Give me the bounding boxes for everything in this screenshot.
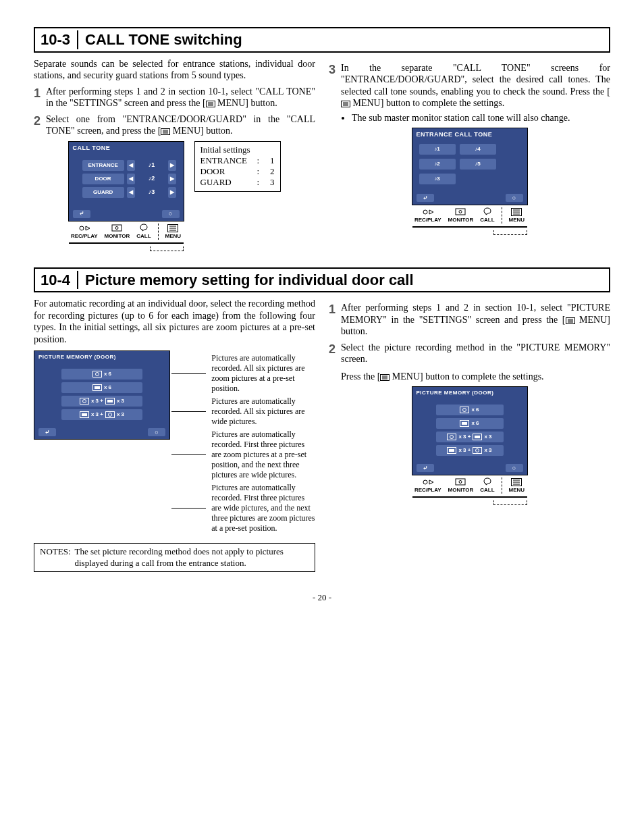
step-number: 1 bbox=[34, 86, 46, 109]
call-tone-row-entrance[interactable]: ENTRANCE ◀ ♪1 ▶ bbox=[82, 160, 177, 171]
step-number: 2 bbox=[34, 113, 46, 137]
hardware-buttons: REC/PLAY MONITOR CALL MENU bbox=[412, 207, 527, 225]
svg-rect-22 bbox=[456, 209, 465, 215]
pm-option-wide6[interactable]: x 6 bbox=[61, 382, 142, 393]
svg-point-59 bbox=[476, 449, 479, 452]
svg-point-63 bbox=[459, 481, 462, 484]
pm-option-zoom3wide3[interactable]: x 3 +x 3 bbox=[436, 432, 504, 442]
step-3-text: In the separate "CALL TONE" screens for … bbox=[341, 62, 610, 124]
svg-point-11 bbox=[115, 226, 118, 229]
step-number: 2 bbox=[329, 342, 341, 383]
tone-option[interactable]: ♪1 bbox=[419, 144, 456, 155]
svg-rect-58 bbox=[473, 448, 482, 454]
svg-rect-10 bbox=[112, 225, 122, 231]
svg-rect-31 bbox=[95, 386, 100, 389]
pm-option-zoom6[interactable]: x 6 bbox=[61, 369, 142, 380]
entrance-call-tone-screen: ENTRANCE CALL TONE ♪1 ♪4 ♪2 ♪5 ♪3 ⤶ ○ bbox=[412, 128, 528, 205]
svg-rect-62 bbox=[456, 479, 465, 485]
svg-rect-52 bbox=[448, 434, 456, 440]
back-icon[interactable]: ⤶ bbox=[38, 428, 56, 436]
svg-point-33 bbox=[82, 400, 86, 403]
section-10-3-header: 10-3 CALL TONE switching bbox=[34, 27, 610, 53]
section-10-4-header: 10-4 Picture memory setting for individu… bbox=[34, 267, 610, 293]
hardware-buttons: REC/PLAY MONITOR CALL MENU bbox=[412, 477, 527, 495]
svg-marker-9 bbox=[86, 226, 90, 230]
menu-icon bbox=[161, 128, 170, 135]
svg-rect-37 bbox=[82, 413, 87, 416]
screen-title: PICTURE MEMORY (DOOR) bbox=[34, 351, 169, 363]
monitor-icon bbox=[111, 224, 122, 232]
pm-option-zoom3wide3[interactable]: x 3 +x 3 bbox=[61, 396, 142, 407]
svg-rect-57 bbox=[449, 449, 454, 452]
page-number: - 20 - bbox=[34, 592, 610, 603]
confirm-icon[interactable]: ○ bbox=[162, 210, 180, 218]
confirm-icon[interactable]: ○ bbox=[148, 428, 165, 436]
menu-icon bbox=[566, 317, 575, 324]
svg-point-20 bbox=[423, 210, 427, 214]
menu-icon bbox=[341, 101, 350, 107]
screen-title: ENTRANCE CALL TONE bbox=[412, 128, 527, 141]
section-title: CALL TONE switching bbox=[85, 30, 242, 49]
step-1-text: After performing steps 1 and 2 in sectio… bbox=[46, 86, 315, 109]
svg-point-39 bbox=[108, 413, 111, 417]
rec-play-icon bbox=[422, 208, 434, 216]
section-intro: For automatic recording at an individual… bbox=[34, 298, 315, 345]
notes-box: NOTES: The set picture recording method … bbox=[34, 543, 315, 572]
svg-rect-51 bbox=[462, 422, 467, 425]
tone-option[interactable]: ♪5 bbox=[460, 159, 496, 170]
pm-option-wide3zoom3[interactable]: x 3 +x 3 bbox=[61, 409, 142, 420]
screen-title: CALL TONE bbox=[69, 142, 184, 155]
svg-rect-38 bbox=[105, 412, 114, 418]
back-icon[interactable]: ⤶ bbox=[417, 464, 434, 472]
svg-point-53 bbox=[450, 436, 454, 439]
confirm-icon[interactable]: ○ bbox=[506, 464, 523, 472]
svg-point-23 bbox=[459, 211, 462, 213]
svg-point-29 bbox=[95, 373, 99, 376]
step-number: 1 bbox=[329, 302, 341, 338]
step-number: 3 bbox=[329, 62, 341, 124]
pm-desc-b: Pictures are automatically recorded. All… bbox=[211, 396, 315, 427]
tone-option[interactable]: ♪2 bbox=[419, 159, 456, 170]
call-icon bbox=[483, 477, 492, 486]
pm-option-zoom6[interactable]: x 6 bbox=[436, 405, 504, 415]
svg-point-60 bbox=[423, 480, 427, 484]
picture-memory-screen: PICTURE MEMORY (DOOR) x 6 x 6 x 3 +x 3 x… bbox=[34, 350, 170, 440]
section-intro: Separate sounds can be selected for entr… bbox=[34, 58, 315, 82]
section-number: 10-4 bbox=[39, 271, 78, 290]
svg-marker-61 bbox=[429, 480, 433, 484]
pm-option-wide3zoom3[interactable]: x 3 +x 3 bbox=[436, 445, 504, 456]
back-icon[interactable]: ⤶ bbox=[73, 210, 90, 218]
back-icon[interactable]: ⤶ bbox=[417, 194, 434, 202]
menu-button-icon bbox=[511, 478, 522, 486]
call-tone-screen: CALL TONE ENTRANCE ◀ ♪1 ▶ DOOR ◀ ♪2 ▶ bbox=[68, 141, 184, 221]
svg-point-8 bbox=[80, 226, 84, 230]
svg-point-49 bbox=[463, 409, 466, 412]
section-title: Picture memory setting for individual do… bbox=[85, 271, 414, 290]
monitor-icon bbox=[455, 208, 466, 216]
menu-button-icon bbox=[167, 224, 178, 232]
monitor-icon bbox=[455, 478, 466, 486]
hardware-buttons: REC/PLAY MONITOR CALL MENU bbox=[69, 223, 184, 241]
initial-settings-box: Initial settings ENTRANCE:1 DOOR:2 GUARD… bbox=[194, 141, 281, 192]
menu-icon bbox=[380, 374, 390, 381]
svg-rect-32 bbox=[80, 398, 88, 405]
call-icon bbox=[139, 223, 149, 232]
picture-memory-screen-2: PICTURE MEMORY (DOOR) x 6 x 6 x 3 +x 3 x… bbox=[412, 386, 528, 475]
call-tone-row-door[interactable]: DOOR ◀ ♪2 ▶ bbox=[82, 174, 177, 184]
screen-title: PICTURE MEMORY (DOOR) bbox=[412, 387, 527, 399]
call-tone-row-guard[interactable]: GUARD ◀ ♪3 ▶ bbox=[82, 187, 177, 198]
pm-option-wide6[interactable]: x 6 bbox=[436, 418, 504, 429]
tone-option[interactable]: ♪4 bbox=[460, 144, 496, 155]
section-number: 10-3 bbox=[39, 30, 78, 49]
menu-button-icon bbox=[511, 208, 522, 216]
confirm-icon[interactable]: ○ bbox=[506, 194, 523, 202]
svg-rect-55 bbox=[475, 436, 480, 438]
pm-desc-c: Pictures are automatically recorded. Fir… bbox=[211, 429, 315, 480]
step-1-text: After performing steps 1 and 2 in sectio… bbox=[341, 302, 610, 338]
pm-desc-a: Pictures are automatically recorded. All… bbox=[211, 353, 315, 394]
svg-rect-28 bbox=[92, 371, 101, 377]
svg-rect-48 bbox=[460, 407, 469, 413]
step-2-text: Select one from "ENTRANCE/DOOR/GUARD" in… bbox=[46, 113, 315, 137]
tone-option[interactable]: ♪3 bbox=[419, 174, 456, 184]
pm-desc-d: Pictures are automatically recorded. Fir… bbox=[211, 483, 315, 533]
